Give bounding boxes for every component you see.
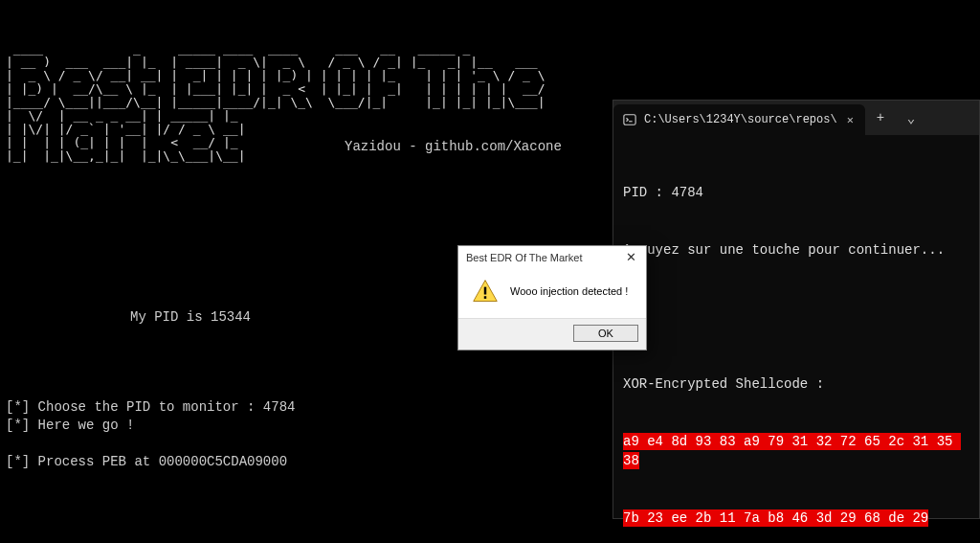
pid-line: PID : 4784 <box>623 183 969 202</box>
svg-rect-0 <box>624 115 635 125</box>
warning-icon <box>472 278 499 305</box>
secondary-terminal-body: PID : 4784 Appuyez sur une touche pour c… <box>613 135 979 543</box>
secondary-terminal-window: C:\Users\1234Y\source\repos\ ✕ + ⌄ PID :… <box>612 100 980 519</box>
tab-close-icon[interactable]: ✕ <box>845 113 856 127</box>
window-titlebar[interactable]: C:\Users\1234Y\source\repos\ ✕ + ⌄ <box>613 101 979 135</box>
close-icon[interactable]: ✕ <box>622 250 640 264</box>
shellcode-header: XOR-Encrypted Shellcode : <box>623 374 969 394</box>
dialog-footer: OK <box>458 318 646 350</box>
ok-button[interactable]: OK <box>573 325 638 342</box>
dialog-titlebar[interactable]: Best EDR Of The Market ✕ <box>458 246 646 268</box>
svg-rect-4 <box>484 296 486 299</box>
dialog-body: Wooo injection detected ! <box>458 268 646 318</box>
new-tab-button[interactable]: + <box>865 101 896 135</box>
terminal-icon <box>623 113 636 126</box>
alert-dialog: Best EDR Of The Market ✕ Wooo injection … <box>457 245 647 351</box>
shellcode-bytes-row: a9 e4 8d 93 83 a9 79 31 32 72 65 2c 31 3… <box>623 433 961 469</box>
terminal-tab[interactable]: C:\Users\1234Y\source\repos\ ✕ <box>613 104 865 135</box>
svg-rect-3 <box>484 287 486 295</box>
chevron-down-icon[interactable]: ⌄ <box>896 101 926 135</box>
dialog-title: Best EDR Of The Market <box>466 252 582 263</box>
shellcode-bytes-row: 7b 23 ee 2b 11 7a b8 46 3d 29 68 de 29 <box>623 509 928 527</box>
continue-prompt: Appuyez sur une touche pour continuer... <box>623 240 969 260</box>
credit-line: Yazidou - github.com/Xacone <box>345 138 562 155</box>
tab-title: C:\Users\1234Y\source\repos\ <box>644 113 837 126</box>
dialog-message: Wooo injection detected ! <box>510 285 628 297</box>
